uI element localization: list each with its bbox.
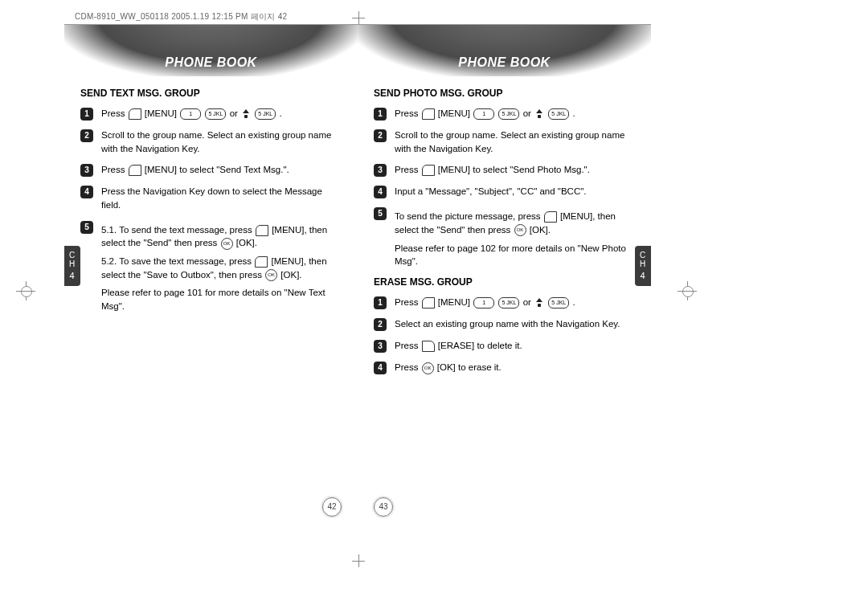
text: [OK]. [530,225,551,235]
text: [ERASE] to delete it. [438,341,522,350]
text: [OK]. [280,270,301,280]
ok-key-icon: OK [514,224,526,236]
softkey-icon [256,225,268,236]
text: Press [101,108,125,118]
five-key-icon: 5 JKL [548,297,569,309]
step-badge: 2 [374,318,387,331]
step-badge: 5 [374,207,387,220]
step-4: 4 Press OK [OK] to erase it. [374,361,635,374]
steps-send-photo: 1 Press [MENU] 1 5 JKL or 5 JKL . 2 Scro… [374,107,635,268]
crop-mark-left [16,281,35,300]
step-3: 3 Press [ERASE] to delete it. [374,339,635,353]
step-3: 3 Press [MENU] to select "Send Photo Msg… [374,163,635,177]
step-body: Input a "Message", "Subject", "CC" and "… [395,185,635,198]
chapter-tab-right: CH 4 [635,246,651,286]
page-spread: CH 4 PHONE BOOK SEND TEXT MSG. GROUP 1 P… [64,24,651,523]
step-body: To send the picture message, press [MENU… [395,206,635,268]
step-4: 4 Input a "Message", "Subject", "CC" and… [374,185,635,198]
left-header: PHONE BOOK [64,25,358,76]
softkey-icon [544,211,557,223]
steps-send-text: 1 Press [MENU] 1 5 JKL or 5 JKL . 2 Scro… [80,107,342,313]
chapter-tab-number: 4 [64,271,80,280]
crop-mark-bottom [352,554,365,567]
step-body: Select an existing group name with the N… [395,317,635,331]
chapter-tab-number: 4 [635,271,651,280]
text: . [573,108,575,118]
softkey-icon [255,256,268,268]
softkey-icon [422,297,435,309]
text: [MENU] to select "Send Text Msg.". [145,165,289,174]
step-5: 5 To send the picture message, press [ME… [374,206,635,268]
chapter-tab-label: CH [635,251,651,268]
step-badge: 1 [80,108,93,121]
step-body: Press the Navigation Key down to select … [101,185,342,211]
step-badge: 1 [374,296,387,309]
step-badge: 4 [374,362,387,374]
text: . [573,297,575,307]
step-body: 5.1. To send the text message, press [ME… [101,220,342,313]
one-key-icon: 1 [180,108,201,120]
step-5: 5 5.1. To send the text message, press [… [80,220,342,313]
text: Press [395,108,418,118]
text: Press [101,165,125,174]
section-title-send-photo: SEND PHOTO MSG. GROUP [374,88,635,99]
section-title-erase: ERASE MSG. GROUP [374,276,635,288]
step-2: 2 Scroll to the group name. Select an ex… [80,129,342,155]
dpad-icon [534,298,544,308]
ok-key-icon: OK [265,269,277,281]
step-3: 3 Press [MENU] to select "Send Text Msg.… [80,163,342,177]
note-text: Please refer to page 101 for more detail… [101,286,342,313]
step-badge: 3 [80,164,93,177]
chapter-tab-left: CH 4 [64,246,80,286]
step-badge: 2 [80,129,93,142]
text: [MENU] [438,108,470,118]
note-text: Please refer to page 102 for more detail… [395,242,635,268]
step-body: Press [MENU] to select "Send Text Msg.". [101,163,342,177]
step-body: Press [MENU] 1 5 JKL or 5 JKL . [395,107,635,121]
text: Press [395,165,418,174]
right-header-title: PHONE BOOK [358,55,651,70]
step-body: Scroll to the group name. Select an exis… [395,129,635,155]
steps-erase: 1 Press [MENU] 1 5 JKL or 5 JKL . 2 Sele… [374,296,635,374]
step-body: Press [ERASE] to delete it. [395,339,635,353]
dpad-icon [241,109,251,119]
substep-5-2: 5.2. To save the text message, press [ME… [101,255,342,281]
text: 5.1. To send the text message, press [101,225,252,235]
source-file-meta: CDM-8910_WW_050118 2005.1.19 12:15 PM 페이… [75,11,287,22]
step-badge: 1 [374,108,387,121]
step-1: 1 Press [MENU] 1 5 JKL or 5 JKL . [374,296,635,309]
text: . [280,108,282,118]
text: [MENU] [145,108,177,118]
step-badge: 4 [80,186,93,198]
step-1: 1 Press [MENU] 1 5 JKL or 5 JKL . [80,107,342,121]
softkey-icon [129,165,141,176]
step-badge: 2 [374,129,387,142]
five-key-icon: 5 JKL [498,108,519,120]
five-key-icon: 5 JKL [205,108,226,120]
text: [MENU] to select "Send Photo Msg.". [438,165,590,174]
right-page-number: 43 [374,497,393,517]
text: Press [395,297,418,307]
left-page-number: 42 [322,497,342,517]
step-badge: 5 [80,221,93,234]
step-badge: 3 [374,340,387,353]
chapter-tab-label: CH [64,251,80,268]
text: [OK]. [236,238,257,247]
five-key-icon: 5 JKL [548,108,569,120]
text: Press [395,362,418,372]
text: [OK] to erase it. [437,362,502,372]
text: To send the picture message, press [395,211,541,221]
text: or [523,297,531,307]
section-title-send-text: SEND TEXT MSG. GROUP [80,88,342,99]
step-body: Scroll to the group name. Select an exis… [101,129,342,155]
softkey-icon [129,108,141,120]
text: or [230,108,238,118]
text: [MENU] [438,297,470,307]
left-page: CH 4 PHONE BOOK SEND TEXT MSG. GROUP 1 P… [64,25,358,523]
step-4: 4 Press the Navigation Key down to selec… [80,185,342,211]
softkey-icon [422,165,435,176]
crop-mark-right [678,281,697,300]
step-body: Press [MENU] 1 5 JKL or 5 JKL . [395,296,635,309]
step-body: Press OK [OK] to erase it. [395,361,635,374]
step-body: Press [MENU] to select "Send Photo Msg."… [395,163,635,177]
